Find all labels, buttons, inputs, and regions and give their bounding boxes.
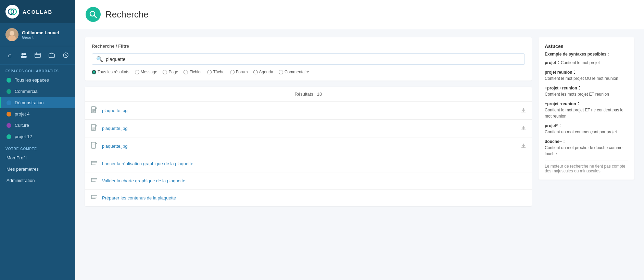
user-role: Gérant (22, 35, 59, 39)
home-icon[interactable]: ⌂ (4, 50, 15, 61)
table-row[interactable]: Valider la charte graphique de la plaque… (85, 172, 532, 190)
table-row[interactable]: plaquette.jpg (85, 120, 532, 137)
sidebar-item-label: Mes paramètres (7, 167, 39, 172)
astuces-desc: Contient un mot commençant par projet (545, 130, 617, 134)
astuces-keyword: douche~ (545, 139, 562, 144)
space-dot (7, 112, 11, 117)
sidebar-item-mon-profil[interactable]: Mon Profil (0, 152, 75, 163)
svg-point-7 (24, 53, 26, 55)
radio-tache[interactable]: Tâche (207, 70, 224, 74)
space-dot (7, 89, 11, 94)
astuces-keyword: +projet -reunion (545, 101, 576, 106)
page-header-icon (86, 7, 101, 22)
user-name: Guillaume Louvel (22, 30, 59, 35)
sidebar-item-tous-espaces[interactable]: Tous les espaces (0, 74, 75, 86)
svg-line-16 (94, 16, 97, 18)
sidebar: ACOLLAB Guillaume Louvel Gérant ⌂ (0, 0, 75, 280)
space-dot (7, 100, 11, 105)
astuces-entry-2: projet reunion : Contient le mot projet … (545, 69, 628, 81)
result-link[interactable]: Lancer la réalisation graphique de la pl… (102, 161, 526, 166)
table-row[interactable]: plaquette.jpg (85, 102, 532, 120)
svg-rect-17 (91, 107, 96, 113)
astuces-desc: Contient le mot projet ET ne contient pa… (545, 108, 623, 119)
users-icon[interactable] (18, 50, 29, 61)
table-row[interactable]: Préparer les contenus de la plaquette (85, 190, 532, 206)
svg-point-3 (10, 31, 14, 36)
astuces-entry-1: projet : Contient le mot projet (545, 59, 628, 65)
radio-group: Tous les résultats Message Page Fichier (92, 70, 525, 74)
radio-page[interactable]: Page (163, 70, 178, 74)
astuces-note: Le moteur de recherche ne tient pas comp… (545, 164, 628, 173)
radio-agenda[interactable]: Agenda (253, 70, 273, 74)
espaces-section-title: ESPACES COLLABORATIFS (0, 64, 75, 74)
space-dot (7, 123, 11, 128)
search-input-wrap[interactable]: 🔍 (92, 53, 525, 65)
sidebar-item-projet4[interactable]: projet 4 (0, 108, 75, 120)
result-link[interactable]: plaquette.jpg (102, 144, 517, 149)
astuces-divider (545, 160, 628, 160)
result-link[interactable]: Préparer les contenus de la plaquette (102, 195, 526, 200)
radio-fichier[interactable]: Fichier (184, 70, 202, 74)
radio-message-label: Message (141, 70, 157, 74)
astuces-desc: Contient le mot projet OU le mot reunion (545, 76, 618, 81)
radio-commentaire-label: Commentaire (285, 70, 309, 74)
sidebar-item-mes-parametres[interactable]: Mes paramètres (0, 163, 75, 175)
main-body: Recherche / Filtre 🔍 Tous les résultats … (75, 29, 644, 280)
sidebar-item-label: Culture (15, 123, 29, 128)
astuces-subtitle: Exemple de syntaxes possibles : (545, 52, 628, 57)
astuces-keyword: +projet +reunion (545, 86, 577, 90)
sidebar-item-culture[interactable]: Culture (0, 120, 75, 131)
search-panel: Recherche / Filtre 🔍 Tous les résultats … (85, 37, 532, 272)
astuces-keyword: projet* (545, 123, 558, 128)
svg-rect-29 (91, 142, 96, 148)
search-filter-box: Recherche / Filtre 🔍 Tous les résultats … (85, 37, 532, 81)
votre-compte-title: VOTRE COMPTE (0, 142, 75, 152)
user-profile[interactable]: Guillaume Louvel Gérant (0, 23, 75, 46)
radio-commentaire[interactable]: Commentaire (279, 70, 309, 74)
radio-all[interactable]: Tous les résultats (92, 70, 129, 74)
result-link[interactable]: Valider la charte graphique de la plaque… (102, 178, 526, 183)
page-header: Recherche (75, 0, 644, 29)
file-icon (90, 106, 98, 115)
avatar (5, 28, 18, 41)
radio-forum-label: Forum (236, 70, 248, 74)
clock-icon[interactable] (60, 50, 71, 61)
filter-title: Recherche / Filtre (92, 44, 525, 49)
download-icon[interactable] (521, 143, 526, 150)
table-row[interactable]: Lancer la réalisation graphique de la pl… (85, 155, 532, 172)
page-title: Recherche (105, 9, 149, 20)
astuces-entry-4: +projet -reunion : Contient le mot proje… (545, 100, 628, 119)
results-box: Résultats : 18 plaquette.jpg (85, 87, 532, 206)
radio-fichier-label: Fichier (189, 70, 202, 74)
radio-tache-label: Tâche (213, 70, 224, 74)
calendar-icon[interactable] (32, 50, 43, 61)
sidebar-item-commercial[interactable]: Commercial (0, 86, 75, 97)
svg-point-5 (22, 53, 24, 56)
astuces-entry-6: douche~ : Contient un mot proche de douc… (545, 138, 628, 157)
sidebar-item-label: Commercial (15, 89, 38, 94)
astuces-box: Astuces Exemple de syntaxes possibles : … (539, 37, 634, 180)
sidebar-item-administration[interactable]: Administration (0, 175, 75, 186)
result-link[interactable]: plaquette.jpg (102, 108, 517, 113)
astuces-desc: Contient un mot proche de douche comme l… (545, 145, 622, 156)
sidebar-item-demonstration[interactable]: Démonstration (0, 97, 75, 108)
sidebar-item-projet12[interactable]: projet 12 (0, 131, 75, 142)
user-info: Guillaume Louvel Gérant (22, 30, 59, 39)
svg-rect-23 (91, 124, 96, 131)
results-header: Résultats : 18 (85, 87, 532, 102)
svg-point-8 (24, 56, 27, 58)
radio-forum[interactable]: Forum (230, 70, 248, 74)
sidebar-item-label: Mon Profil (7, 155, 27, 160)
task-icon (90, 194, 98, 202)
briefcase-icon[interactable] (46, 50, 57, 61)
sidebar-item-label: projet 12 (15, 134, 32, 139)
astuces-desc: Contient le mot projet (561, 60, 600, 65)
search-input[interactable] (106, 57, 520, 62)
space-dot (7, 78, 11, 83)
astuces-entry-3: +projet +reunion : Contient les mots pro… (545, 85, 628, 97)
download-icon[interactable] (521, 125, 526, 132)
download-icon[interactable] (521, 107, 526, 114)
radio-message[interactable]: Message (135, 70, 157, 74)
result-link[interactable]: plaquette.jpg (102, 126, 517, 131)
table-row[interactable]: plaquette.jpg (85, 137, 532, 155)
